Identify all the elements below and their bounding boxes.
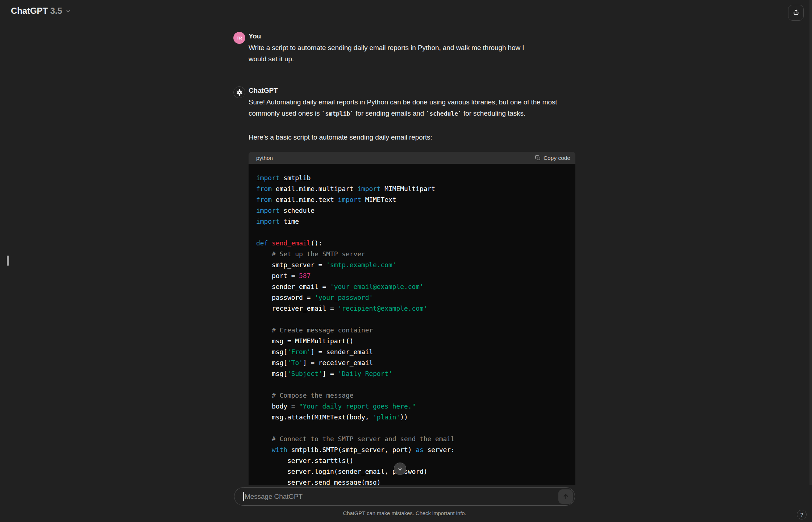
code-line: def send_email():	[256, 238, 568, 249]
copy-code-label: Copy code	[544, 155, 570, 161]
code-line: msg['Subject'] = 'Daily Report'	[256, 368, 568, 379]
message-author: ChatGPT	[249, 86, 575, 96]
sidebar-toggle-handle[interactable]	[7, 256, 9, 266]
scrollbar[interactable]	[809, 0, 812, 522]
code-line: password = 'your_password'	[256, 292, 568, 303]
code-line: # Create message container	[256, 325, 568, 336]
code-line: sender_email = 'your_email@example.com'	[256, 281, 568, 292]
code-line: port = 587	[256, 270, 568, 281]
code-line: # Set up the SMTP server	[256, 249, 568, 260]
code-block: python Copy code import smtplibfrom emai…	[249, 152, 575, 499]
code-line: import schedule	[256, 205, 568, 216]
copy-code-button[interactable]: Copy code	[535, 155, 570, 161]
text-line: commonly used ones is `smtplib` for send…	[249, 108, 575, 119]
assistant-message: ChatGPT Sure! Automating daily email rep…	[233, 86, 575, 499]
chevron-down-icon	[65, 8, 71, 14]
code-line: smtp_server = 'smtp.example.com'	[256, 260, 568, 270]
code-line: server.starttls()	[256, 455, 568, 466]
code-line: import smtplib	[256, 173, 568, 183]
arrow-down-icon	[397, 465, 403, 472]
text-line: Write a script to automate sending daily…	[249, 42, 575, 53]
avatar-initials: TR	[237, 36, 242, 40]
message-input[interactable]: Message ChatGPT	[234, 487, 575, 506]
code-line: from email.mime.multipart import MIMEMul…	[256, 183, 568, 194]
code-language-label: python	[256, 155, 273, 161]
composer-bar: Message ChatGPT ChatGPT can make mistake…	[0, 485, 812, 522]
code-line: receiver_email = 'recipient@example.com'	[256, 303, 568, 314]
disclaimer-text: ChatGPT can make mistakes. Check importa…	[234, 510, 575, 516]
send-button[interactable]	[558, 489, 573, 504]
user-message-text: Write a script to automate sending daily…	[249, 42, 575, 65]
code-line: msg.attach(MIMEText(body, 'plain'))	[256, 412, 568, 423]
assistant-intro-text: Sure! Automating daily email reports in …	[249, 96, 575, 119]
code-line: msg['From'] = sender_email	[256, 347, 568, 357]
code-line	[256, 379, 568, 390]
copy-icon	[535, 155, 541, 161]
code-line: server.login(sender_email, password)	[256, 466, 568, 477]
model-switcher[interactable]: ChatGPT 3.5	[11, 6, 71, 16]
code-line: msg['To'] = receiver_email	[256, 357, 568, 368]
send-arrow-up-icon	[562, 493, 570, 500]
user-message: TR You Write a script to automate sendin…	[233, 31, 575, 65]
code-line	[256, 314, 568, 325]
share-button[interactable]	[788, 5, 804, 21]
code-line: with smtplib.SMTP(smtp_server, port) as …	[256, 444, 568, 455]
assistant-second-paragraph: Here’s a basic script to automate sendin…	[249, 132, 575, 143]
code-line: msg = MIMEMultipart()	[256, 336, 568, 347]
code-line: # Compose the message	[256, 390, 568, 401]
code-line: from email.mime.text import MIMEText	[256, 194, 568, 205]
message-author: You	[249, 31, 575, 41]
model-name: ChatGPT	[11, 6, 48, 16]
avatar: TR	[233, 32, 245, 44]
share-icon	[792, 9, 800, 17]
code-body: import smtplibfrom email.mime.multipart …	[249, 164, 575, 499]
text-line: would set it up.	[249, 53, 575, 65]
message-input-placeholder: Message ChatGPT	[245, 493, 558, 501]
code-line	[256, 423, 568, 434]
model-version: 3.5	[50, 6, 62, 16]
scroll-to-bottom-button[interactable]	[394, 463, 406, 475]
code-block-header: python Copy code	[249, 152, 575, 164]
code-line: import time	[256, 216, 568, 227]
code-line: # Connect to the SMTP server and send th…	[256, 434, 568, 444]
help-button[interactable]: ?	[797, 510, 807, 519]
code-line: body = "Your daily report goes here."	[256, 401, 568, 412]
text-cursor	[243, 492, 244, 501]
code-line	[256, 227, 568, 238]
chatgpt-logo-icon	[233, 86, 245, 98]
text-line: Sure! Automating daily email reports in …	[249, 96, 575, 108]
